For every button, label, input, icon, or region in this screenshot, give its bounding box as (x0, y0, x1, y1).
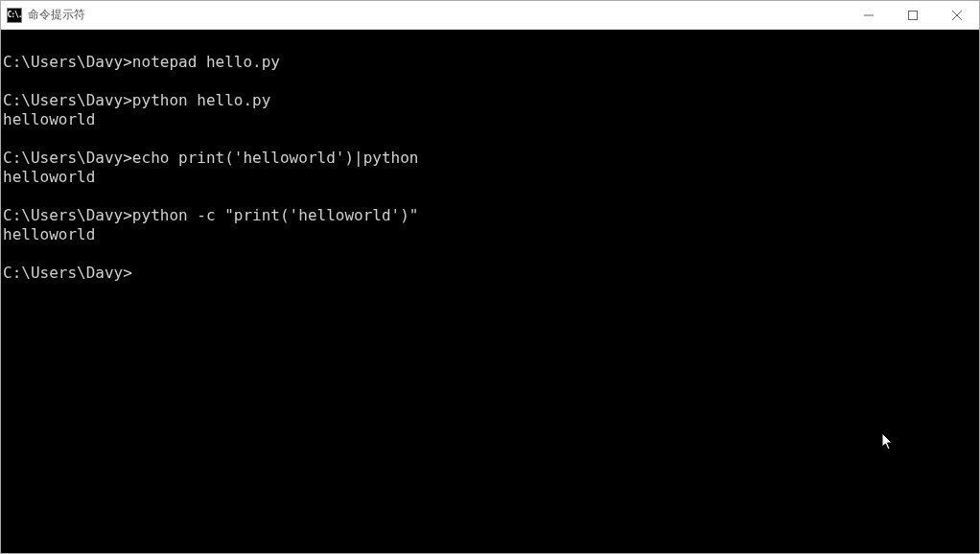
maximize-button[interactable] (891, 1, 935, 29)
window-frame: C:\. 命令提示符 C:\Users\Davy>notepad hello.p… (0, 0, 980, 554)
output-line: helloworld (3, 168, 977, 187)
output-line: helloworld (3, 110, 977, 129)
titlebar-left: C:\. 命令提示符 (1, 7, 85, 23)
titlebar[interactable]: C:\. 命令提示符 (1, 1, 979, 30)
window-title: 命令提示符 (28, 7, 85, 23)
prompt-line: C:\Users\Davy>echo print('helloworld')|p… (3, 149, 977, 168)
prompt-line: C:\Users\Davy>python hello.py (3, 91, 977, 110)
terminal-output[interactable]: C:\Users\Davy>notepad hello.pyC:\Users\D… (1, 30, 979, 553)
prompt-line: C:\Users\Davy>notepad hello.py (3, 53, 977, 72)
blank-line (3, 72, 977, 91)
close-icon (952, 11, 962, 20)
prompt-line: C:\Users\Davy>python -c "print('hellowor… (3, 206, 977, 225)
close-button[interactable] (935, 1, 979, 29)
window-controls (847, 1, 979, 29)
prompt-line: C:\Users\Davy> (3, 264, 977, 283)
svg-rect-1 (909, 11, 918, 19)
blank-line (3, 129, 977, 149)
blank-line (3, 34, 977, 53)
blank-line (3, 187, 977, 206)
blank-line (3, 244, 977, 264)
app-icon: C:\. (7, 8, 22, 23)
minimize-button[interactable] (847, 1, 891, 29)
minimize-icon (864, 11, 874, 20)
output-line: helloworld (3, 225, 977, 244)
maximize-icon (908, 11, 918, 20)
